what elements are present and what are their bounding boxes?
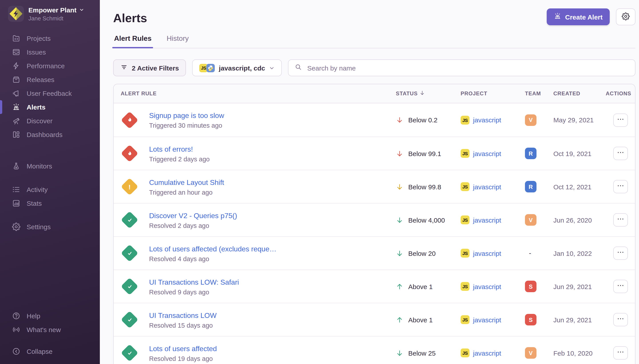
project-link[interactable]: javascript	[473, 349, 501, 357]
sidebar-item-issues[interactable]: Issues	[0, 45, 100, 59]
sidebar-item-releases[interactable]: Releases	[0, 73, 100, 86]
sidebar-item-performance[interactable]: Performance	[0, 59, 100, 73]
column-team: Team	[525, 90, 553, 97]
row-actions-button[interactable]: ⋯	[613, 313, 628, 326]
team-badge: V	[525, 214, 536, 226]
project-link[interactable]: javascript	[473, 316, 501, 324]
trend-up-icon	[396, 283, 403, 290]
whats-new-icon	[12, 326, 21, 334]
trend-up-icon	[396, 316, 403, 324]
project-link[interactable]: javascript	[473, 183, 501, 190]
team-cell: -	[525, 249, 553, 257]
javascript-platform-icon: JS	[461, 315, 469, 324]
sidebar-item-activity[interactable]: Activity	[0, 183, 100, 196]
sidebar-item-label: Help	[27, 312, 40, 320]
sidebar-item-help[interactable]: Help	[0, 309, 100, 323]
siren-icon	[554, 12, 561, 21]
team-badge: S	[525, 314, 536, 326]
sidebar-footer: HelpWhat's newCollapse	[0, 309, 100, 358]
alert-rule-link[interactable]: Discover V2 - Queries p75()	[149, 211, 396, 220]
dashboards-icon	[12, 130, 21, 139]
javascript-platform-icon: JS	[461, 348, 469, 357]
sidebar-item-label: Alerts	[27, 103, 46, 111]
platform-stack: JS	[199, 64, 215, 72]
alert-rule-link[interactable]: Cumulative Layout Shift	[149, 178, 396, 187]
sidebar-item-discover[interactable]: Discover	[0, 114, 100, 128]
row-actions-button[interactable]: ⋯	[613, 180, 628, 193]
sidebar-item-alerts[interactable]: Alerts	[0, 100, 100, 114]
sidebar-item-collapse[interactable]: Collapse	[0, 344, 100, 358]
sidebar-item-label: What's new	[27, 326, 61, 334]
projects-icon	[12, 34, 21, 42]
trend-down-icon	[396, 216, 403, 224]
project-link[interactable]: javascript	[473, 116, 501, 124]
alert-rule-subtitle: Resolved 9 days ago	[149, 288, 396, 296]
active-filters-button[interactable]: 2 Active Filters	[113, 60, 186, 76]
app-window: Empower Plant Jane Schmidt ProjectsIssue…	[0, 0, 639, 364]
alert-rule-link[interactable]: Lots of users affected (excludes reque…	[149, 244, 396, 254]
project-link[interactable]: javascript	[473, 283, 501, 290]
org-switcher[interactable]: Empower Plant Jane Schmidt	[0, 0, 100, 22]
org-user: Jane Schmidt	[29, 15, 85, 22]
alert-rule-link[interactable]: UI Transactions LOW	[149, 310, 396, 320]
trend-down-icon	[396, 250, 403, 257]
activity-icon	[12, 185, 21, 194]
alert-rule-link[interactable]: Lots of errors!	[149, 144, 396, 154]
sidebar-item-label: Releases	[27, 76, 54, 83]
alert-rule-link[interactable]: UI Transactions LOW: Safari	[149, 277, 396, 287]
sidebar-item-stats[interactable]: Stats	[0, 196, 100, 210]
tab-history[interactable]: History	[166, 34, 190, 48]
alert-rule-subtitle: Resolved 15 days ago	[149, 322, 396, 329]
sidebar-item-monitors[interactable]: Monitors	[0, 159, 100, 173]
nav-group: ProjectsIssuesPerformanceReleasesUser Fe…	[0, 32, 100, 142]
alert-settings-button[interactable]	[616, 8, 635, 25]
alert-rule-subtitle: Resolved 19 days ago	[149, 355, 396, 362]
project-link[interactable]: javascript	[473, 250, 501, 257]
column-alert-rule: Alert Rule	[121, 90, 396, 97]
row-actions-button[interactable]: ⋯	[613, 246, 628, 260]
row-actions-button[interactable]: ⋯	[613, 346, 628, 360]
sidebar-item-whats-new[interactable]: What's new	[0, 323, 100, 336]
alert-rule-link[interactable]: Signup page is too slow	[149, 111, 396, 120]
sidebar: Empower Plant Jane Schmidt ProjectsIssue…	[0, 0, 100, 364]
sidebar-item-projects[interactable]: Projects	[0, 32, 100, 45]
alert-rule-link[interactable]: Lots of users affected	[149, 344, 396, 354]
alert-rule-subtitle: Triggered 2 days ago	[149, 156, 396, 162]
create-alert-button[interactable]: Create Alert	[546, 8, 610, 25]
sidebar-item-label: Stats	[27, 200, 42, 207]
status-cell: Below 25	[396, 349, 461, 357]
sidebar-item-dashboards[interactable]: Dashboards	[0, 128, 100, 142]
column-status[interactable]: Status	[396, 90, 461, 97]
status-value: Below 20	[408, 250, 436, 257]
project-filter-dropdown[interactable]: JS javascript, cdc	[192, 60, 282, 76]
active-filters-label: 2 Active Filters	[132, 64, 179, 72]
row-actions-button[interactable]: ⋯	[613, 113, 628, 126]
search-icon	[295, 64, 302, 72]
team-cell: S	[525, 281, 553, 292]
sidebar-item-label: Settings	[27, 223, 51, 230]
status-value: Below 0.2	[408, 116, 438, 124]
trend-down-icon	[396, 116, 403, 124]
row-actions-button[interactable]: ⋯	[613, 147, 628, 160]
alert-rule-subtitle: Triggered 30 minutes ago	[149, 122, 396, 129]
critical-diamond-icon	[121, 111, 138, 129]
search-input[interactable]	[306, 64, 629, 72]
collapse-icon	[12, 347, 21, 356]
sidebar-nav: ProjectsIssuesPerformanceReleasesUser Fe…	[0, 32, 100, 234]
project-link[interactable]: javascript	[473, 216, 501, 224]
sidebar-item-settings[interactable]: Settings	[0, 220, 100, 234]
sidebar-item-label: User Feedback	[27, 90, 72, 97]
team-badge: S	[525, 281, 536, 292]
row-actions-button[interactable]: ⋯	[613, 213, 628, 226]
row-actions-button[interactable]: ⋯	[613, 280, 628, 293]
sidebar-item-user-feedback[interactable]: User Feedback	[0, 86, 100, 100]
table-row: Lots of users affected (excludes reque…R…	[114, 236, 635, 270]
tab-alert-rules[interactable]: Alert Rules	[113, 34, 152, 48]
resolved-diamond-icon	[121, 311, 138, 328]
created-date: Jun 29, 2021	[553, 316, 606, 324]
org-logo	[8, 6, 24, 22]
sidebar-item-label: Discover	[27, 117, 53, 124]
project-link[interactable]: javascript	[473, 150, 501, 157]
created-date: Jan 10, 2022	[553, 250, 606, 257]
javascript-platform-icon: JS	[461, 216, 469, 224]
